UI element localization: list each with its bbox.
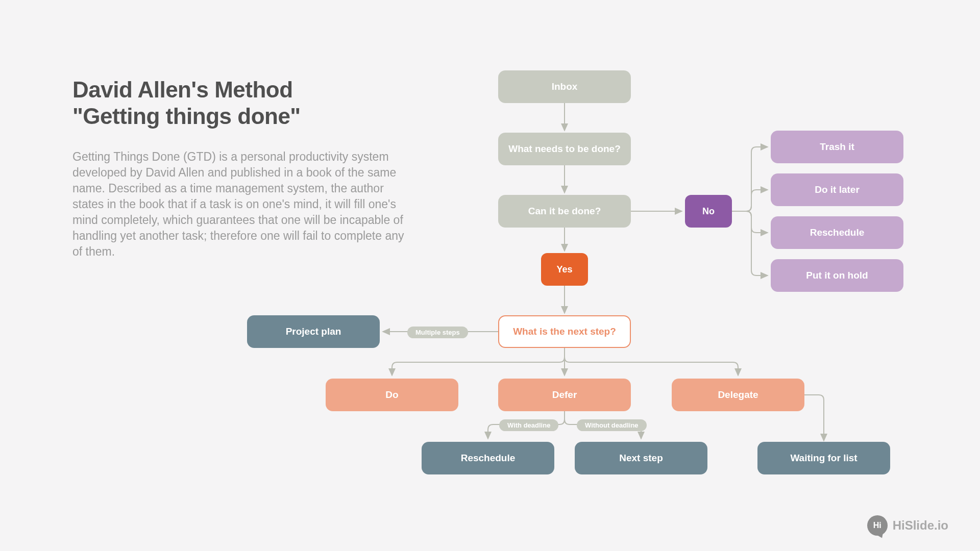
node-what-needs: What needs to be done? — [498, 133, 631, 165]
node-trash: Trash it — [771, 131, 903, 163]
node-can-done: Can it be done? — [498, 195, 631, 228]
node-delegate: Delegate — [672, 379, 804, 411]
pill-multiple-steps: Multiple steps — [407, 327, 468, 338]
arrow-what-to-can — [565, 165, 566, 195]
arrow-yes-to-nextq — [565, 286, 566, 315]
node-do: Do — [326, 379, 458, 411]
node-reschedule-bottom: Reschedule — [422, 442, 554, 474]
arrow-no-fanout — [732, 147, 771, 282]
node-do-later: Do it later — [771, 173, 903, 206]
pill-with-deadline: With deadline — [499, 419, 558, 431]
brand-logo-icon: Hi — [867, 515, 888, 536]
node-next-step-question: What is the next step? — [498, 315, 631, 348]
arrow-nextq-fanout — [392, 348, 739, 379]
node-waiting-list: Waiting for list — [757, 442, 890, 474]
node-reschedule-top: Reschedule — [771, 216, 903, 249]
node-project-plan: Project plan — [247, 315, 380, 348]
node-yes: Yes — [541, 253, 588, 286]
arrow-can-to-no — [631, 211, 685, 212]
node-inbox: Inbox — [498, 70, 631, 103]
node-next-step: Next step — [575, 442, 707, 474]
node-defer: Defer — [498, 379, 631, 411]
arrow-can-to-yes — [565, 228, 566, 253]
arrow-inbox-to-what — [565, 103, 566, 133]
arrow-delegate-to-waiting — [804, 395, 840, 444]
node-put-on-hold: Put it on hold — [771, 259, 903, 292]
brand-label: Hi HiSlide.io — [867, 515, 948, 536]
flowchart-canvas: Inbox What needs to be done? Can it be d… — [0, 0, 980, 551]
node-no: No — [685, 195, 732, 228]
brand-name: HiSlide.io — [893, 518, 948, 533]
pill-without-deadline: Without deadline — [577, 419, 647, 431]
